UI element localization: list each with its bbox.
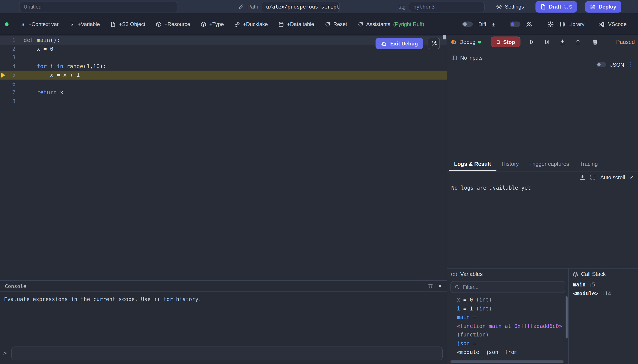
toolbar-item-ducklake[interactable]: +Ducklake xyxy=(234,21,268,27)
variables-filter xyxy=(451,281,565,293)
download-logs-icon[interactable] xyxy=(580,174,586,180)
editor-scrollbar[interactable] xyxy=(443,35,446,39)
toolbar-item-s3-object[interactable]: +S3 Object xyxy=(110,21,145,27)
diff-adjust-icon[interactable]: ± xyxy=(492,21,495,28)
toolbar-item-resource[interactable]: +Resource xyxy=(156,21,190,27)
tab-history[interactable]: History xyxy=(496,158,524,171)
topbar: Path u/alex/prosperous_script tag Settin… xyxy=(0,0,638,14)
deploy-button[interactable]: Deploy xyxy=(585,1,621,12)
file-icon xyxy=(110,22,116,27)
variable-row: <module 'json' from xyxy=(457,348,563,356)
variable-row: <function main at 0xffffadadd6c0> xyxy=(457,322,563,330)
console-trash-icon[interactable] xyxy=(428,283,433,289)
toolbar: $+Context var$+Variable+S3 Object+Resour… xyxy=(0,14,638,35)
kebab-menu-icon[interactable]: ⋮ xyxy=(628,61,634,68)
variables-vertical-scrollbar[interactable] xyxy=(566,296,568,338)
diff-toggle-knob xyxy=(463,22,467,26)
tab-logs-result[interactable]: Logs & Result xyxy=(449,158,496,171)
step-into-button[interactable] xyxy=(557,36,568,47)
console-input[interactable] xyxy=(11,346,443,360)
vscode-button[interactable]: VScode xyxy=(599,21,627,27)
pencil-icon[interactable] xyxy=(238,4,244,10)
stop-square-icon xyxy=(496,40,500,44)
link-icon xyxy=(234,22,240,27)
gear-icon xyxy=(496,4,502,10)
svg-text:$: $ xyxy=(71,22,73,27)
variables-horizontal-scrollbar[interactable] xyxy=(451,360,564,363)
variables-title: Variables xyxy=(460,271,483,277)
console-close-icon[interactable]: × xyxy=(438,282,442,290)
stack-frame[interactable]: <module> :14 xyxy=(573,289,634,298)
library-button[interactable]: Library xyxy=(559,21,585,27)
collab-toggle-knob xyxy=(510,22,514,26)
ai-wand-button[interactable] xyxy=(428,38,440,49)
arrow-up-from-line-icon xyxy=(575,39,581,45)
code-text: for i in range(1,10): xyxy=(24,62,106,71)
code-editor[interactable]: 1def main():2 x = 034 for i in range(1,1… xyxy=(0,35,447,280)
json-toggle[interactable] xyxy=(597,62,606,67)
stack-frame[interactable]: main :5 xyxy=(573,280,634,289)
save-icon xyxy=(590,4,596,10)
code-line[interactable]: 7 return x xyxy=(0,88,447,97)
script-path-value[interactable]: u/alex/prosperous_script xyxy=(262,2,340,12)
dollar-icon: $ xyxy=(20,22,26,27)
variables-filter-input[interactable] xyxy=(463,284,561,290)
toolbar-item-type[interactable]: +Type xyxy=(201,21,224,27)
editor-settings-gear-icon[interactable] xyxy=(547,21,554,28)
clear-debug-button[interactable] xyxy=(589,36,601,47)
toolbar-item-label: +Type xyxy=(209,21,224,27)
no-inputs-label: No inputs xyxy=(460,55,482,61)
variables-header: (x) Variables xyxy=(447,268,568,280)
step-over-button[interactable] xyxy=(542,36,553,47)
script-title-input[interactable] xyxy=(19,2,177,12)
code-line[interactable]: 4 for i in range(1,10): xyxy=(0,62,447,71)
refresh-icon xyxy=(325,22,330,27)
draft-button[interactable]: Draft ⌘S xyxy=(535,1,577,12)
assistants-linters-label: (Pyright Ruff) xyxy=(393,21,424,27)
code-text: def main(): xyxy=(24,36,60,44)
call-stack-panel: Call Stack main :5<module> :14 xyxy=(569,268,638,364)
settings-label: Settings xyxy=(505,4,524,10)
tab-tracing[interactable]: Tracing xyxy=(574,158,603,171)
expand-icon[interactable] xyxy=(590,174,596,180)
play-icon xyxy=(529,39,535,45)
tag-input[interactable] xyxy=(409,2,485,12)
tab-trigger-captures[interactable]: Trigger captures xyxy=(524,158,574,171)
variables-panel: (x) Variables x = 0 (int)i = 1 (int)main… xyxy=(447,268,569,364)
code-line[interactable]: 6 xyxy=(0,80,447,88)
step-out-button[interactable] xyxy=(572,36,584,47)
toolbar-item-variable[interactable]: $+Variable xyxy=(69,21,100,27)
line-number: 4 xyxy=(0,63,24,70)
path-label: Path xyxy=(248,4,258,10)
toolbar-item-context-var[interactable]: $+Context var xyxy=(20,21,59,27)
auto-scroll-check-icon[interactable]: ✓ xyxy=(629,174,634,180)
code-line[interactable]: 5 x = x + 1 xyxy=(0,71,447,80)
stop-button[interactable]: Stop xyxy=(491,36,520,47)
toolbar-item-data-table[interactable]: +Data table xyxy=(278,21,314,27)
status-dot xyxy=(5,22,9,26)
diff-toggle[interactable] xyxy=(462,22,473,27)
code-line[interactable]: 8 xyxy=(0,97,447,106)
variables-list[interactable]: x = 0 (int)i = 1 (int)main =<function ma… xyxy=(447,294,568,364)
call-stack-title: Call Stack xyxy=(581,271,606,277)
exit-debug-button[interactable]: Exit Debug xyxy=(376,38,423,49)
panel-icon xyxy=(451,55,457,61)
continue-button[interactable] xyxy=(526,36,537,47)
layers-icon xyxy=(573,271,578,277)
toolbar-right: Diff ± Library VScode xyxy=(462,21,627,28)
dollar-icon: $ xyxy=(69,22,75,27)
stop-label: Stop xyxy=(503,39,515,45)
settings-button[interactable]: Settings xyxy=(496,4,524,10)
toolbar-item-reset[interactable]: Reset xyxy=(325,21,347,27)
call-stack-list[interactable]: main :5<module> :14 xyxy=(569,280,638,298)
line-number: 8 xyxy=(0,98,24,104)
auto-scroll-label[interactable]: Auto scroll xyxy=(600,174,625,180)
people-icon[interactable] xyxy=(526,21,533,28)
logs-toolbar: Auto scroll ✓ xyxy=(447,172,638,183)
svg-text:(x): (x) xyxy=(451,272,458,276)
console-help-text: Evaluate expressions in the current scop… xyxy=(0,292,447,307)
toolbar-item-label: +S3 Object xyxy=(119,21,145,27)
code-line[interactable]: 3 xyxy=(0,53,447,62)
toolbar-item-assistants[interactable]: Assistants(Pyright Ruff) xyxy=(358,21,424,27)
collab-toggle[interactable] xyxy=(510,22,520,27)
